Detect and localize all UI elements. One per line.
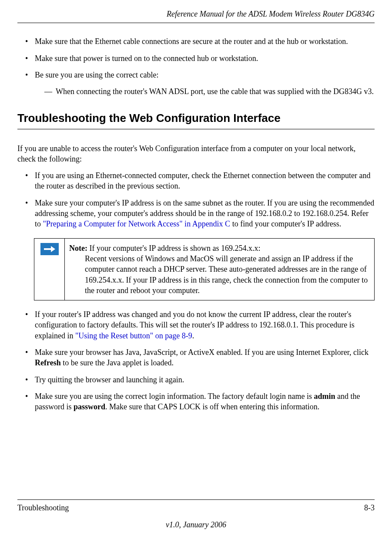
note-icon-cell	[34, 239, 65, 300]
main-bullet-list-2: If your router's IP address was changed …	[17, 309, 375, 412]
list-item: Make sure your computer's IP address is …	[25, 198, 375, 229]
footer-rule	[17, 499, 375, 500]
text-run: Make sure you are using the correct logi…	[35, 392, 314, 401]
list-item: If your router's IP address was changed …	[25, 309, 375, 341]
running-header: Reference Manual for the ADSL Modem Wire…	[17, 9, 375, 19]
list-item: Make sure your browser has Java, JavaScr…	[25, 347, 375, 368]
page-footer: Troubleshooting 8-3 v1.0, January 2006	[17, 499, 375, 530]
text-run: Make sure your browser has Java, JavaScr…	[35, 348, 369, 357]
arrow-right-icon	[40, 243, 59, 255]
note-body: Recent versions of Windows and MacOS wil…	[69, 253, 368, 296]
note-label: Note:	[69, 244, 89, 253]
text-run: to be sure the Java applet is loaded.	[61, 358, 174, 367]
footer-section-name: Troubleshooting	[17, 503, 69, 513]
sub-list-item: When connecting the router's WAN ADSL po…	[44, 86, 375, 97]
list-item: Make sure that the Ethernet cable connec…	[25, 36, 375, 47]
section-rule	[17, 129, 375, 129]
list-item: Make sure you are using the correct logi…	[25, 391, 375, 412]
bold-term: admin	[314, 392, 335, 401]
note-text: Note: If your computer's IP address is s…	[65, 239, 374, 300]
bold-term: Refresh	[35, 358, 61, 367]
sub-list: When connecting the router's WAN ADSL po…	[35, 86, 375, 97]
list-item: Make sure that power is turned on to the…	[25, 53, 375, 64]
list-item: Try quitting the browser and launching i…	[25, 374, 375, 385]
top-bullet-list: Make sure that the Ethernet cable connec…	[17, 36, 375, 97]
note-line: If your computer's IP address is shown a…	[89, 244, 260, 253]
footer-version: v1.0, January 2006	[17, 519, 375, 530]
text-run: to find your computer's IP address.	[230, 219, 341, 228]
intro-paragraph: If you are unable to access the router's…	[17, 143, 375, 165]
list-item-text: Be sure you are using the correct cable:	[35, 71, 158, 79]
cross-reference-link[interactable]: "Preparing a Computer for Network Access…	[43, 219, 231, 228]
section-heading: Troubleshooting the Web Configuration In…	[17, 111, 375, 126]
list-item: If you are using an Ethernet-connected c…	[25, 170, 375, 192]
bold-term: password	[74, 402, 105, 411]
text-run: .	[192, 331, 194, 340]
list-item: Be sure you are using the correct cable:…	[25, 70, 375, 97]
main-bullet-list: If you are using an Ethernet-connected c…	[17, 170, 375, 229]
text-run: . Make sure that CAPS LOCK is off when e…	[105, 402, 319, 411]
footer-page-number: 8-3	[364, 503, 375, 513]
cross-reference-link[interactable]: "Using the Reset button" on page 8-9	[75, 331, 192, 340]
note-callout: Note: If your computer's IP address is s…	[34, 238, 375, 300]
header-rule	[17, 23, 375, 23]
